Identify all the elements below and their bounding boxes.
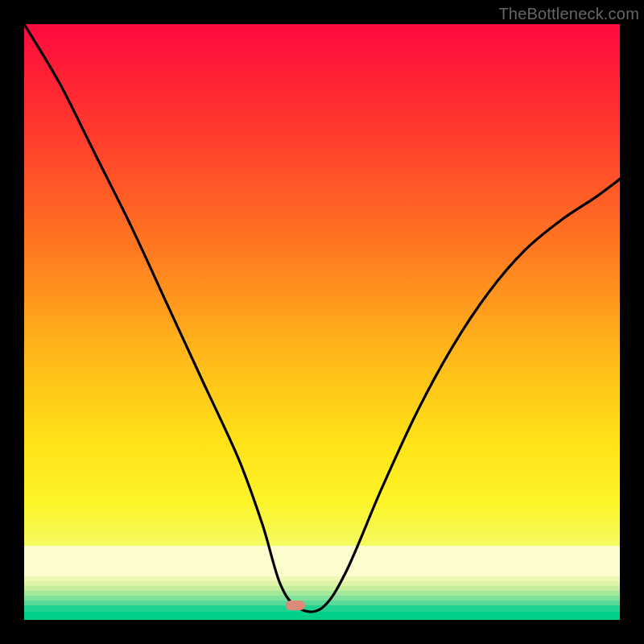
optimum-marker bbox=[286, 601, 305, 610]
bottleneck-curve bbox=[24, 24, 620, 620]
chart-stage: TheBottleneck.com bbox=[0, 0, 644, 644]
watermark-text: TheBottleneck.com bbox=[498, 5, 639, 23]
plot-area bbox=[24, 24, 620, 620]
